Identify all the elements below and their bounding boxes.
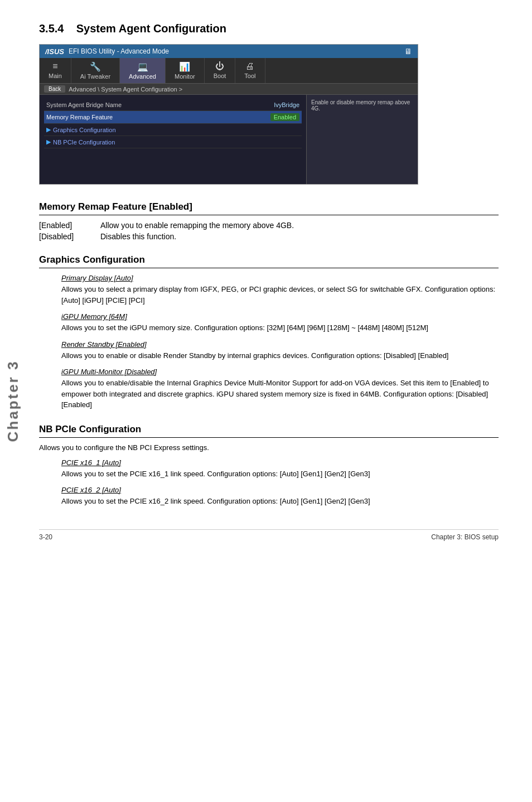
footer-chapter-label: Chapter 3: BIOS setup [431, 533, 499, 541]
pcie-x16-1-desc: Allows you to set the PCIE x16_1 link sp… [61, 468, 499, 480]
bridge-name-label: System Agent Bridge Name [46, 102, 274, 108]
nbpcie-config-label: NB PCIe Configuration [53, 139, 115, 146]
memory-remap-heading: Memory Remap Feature [Enabled] [39, 201, 499, 215]
nav-main[interactable]: ≡ Main [40, 58, 71, 83]
nav-boot-label: Boot [214, 73, 226, 79]
bios-window-icon: 🖥 [404, 47, 412, 56]
nbpcie-item-x16-2: PCIE x16_2 [Auto] Allows you to set the … [61, 486, 499, 507]
page-footer: 3-20 Chapter 3: BIOS setup [39, 529, 499, 541]
igpu-multimonitor-desc: Allows you to enable/disable the Interna… [61, 378, 499, 410]
nbpcie-item-x16-1: PCIE x16_1 [Auto] Allows you to set the … [61, 458, 499, 480]
bios-help-panel: Enable or disable memory remap above 4G. [306, 95, 418, 184]
bios-breadcrumb: Back Advanced \ System Agent Configurati… [40, 84, 418, 95]
bios-submenu-nbpcie[interactable]: ▶ NB PCIe Configuration [44, 136, 302, 148]
option-desc-enabled: Allow you to enable remapping the memory… [100, 221, 499, 230]
pcie-x16-2-title: PCIE x16_2 [Auto] [61, 486, 499, 494]
primary-display-desc: Allows you to select a primary display f… [61, 284, 499, 306]
nav-tool-icon: 🖨 [244, 61, 255, 71]
nav-advanced[interactable]: 💻 Advanced [120, 58, 166, 83]
nav-ai-tweaker[interactable]: 🔧 Ai Tweaker [71, 58, 120, 83]
render-standby-desc: Allows you to enable or disable Render S… [61, 350, 499, 361]
bios-row-bridge-name[interactable]: System Agent Bridge Name IvyBridge [44, 99, 302, 111]
memory-remap-option-disabled: [Disabled] Disables this function. [39, 232, 499, 241]
bios-titlebar-text: EFI BIOS Utility - Advanced Mode [69, 47, 169, 55]
igpu-memory-desc: Allows you to set the iGPU memory size. … [61, 322, 499, 334]
asus-logo: /ISUS [45, 47, 64, 56]
chapter-sidebar-label: Chapter 3 [4, 360, 22, 442]
memory-remap-value: Enabled [270, 113, 299, 121]
nbpcie-heading: NB PCIe Configuration [39, 424, 499, 438]
pcie-x16-2-desc: Allows you to set the PCIE x16_2 link sp… [61, 496, 499, 507]
nav-tweaker-label: Ai Tweaker [80, 73, 110, 80]
bios-settings-panel: System Agent Bridge Name IvyBridge Memor… [40, 95, 306, 184]
primary-display-title: Primary Display [Auto] [61, 274, 499, 282]
nbpcie-arrow-icon: ▶ [46, 138, 51, 146]
nav-main-label: Main [49, 73, 62, 79]
graphics-item-igpu-memory: iGPU Memory [64M] Allows you to set the … [61, 312, 499, 334]
memory-remap-label: Memory Remap Feature [46, 114, 270, 120]
memory-remap-option-enabled: [Enabled] Allow you to enable remapping … [39, 221, 499, 230]
option-desc-disabled: Disables this function. [100, 232, 499, 241]
back-button[interactable]: Back [44, 85, 65, 93]
igpu-memory-title: iGPU Memory [64M] [61, 312, 499, 321]
bios-titlebar: /ISUS EFI BIOS Utility - Advanced Mode 🖥 [40, 45, 418, 58]
nav-advanced-label: Advanced [129, 73, 156, 80]
nav-monitor-label: Monitor [175, 73, 195, 80]
nav-main-icon: ≡ [49, 61, 62, 71]
render-standby-title: Render Standby [Enabled] [61, 340, 499, 349]
graphics-arrow-icon: ▶ [46, 126, 51, 133]
bios-submenu-graphics[interactable]: ▶ Graphics Configuration [44, 124, 302, 136]
nav-advanced-icon: 💻 [129, 61, 156, 72]
nav-tool[interactable]: 🖨 Tool [235, 58, 265, 83]
section-title-text: System Agent Configuration [76, 22, 226, 35]
nav-boot[interactable]: ⏻ Boot [205, 58, 236, 83]
nbpcie-intro: Allows you to configure the NB PCI Expre… [39, 443, 499, 452]
memory-remap-options: [Enabled] Allow you to enable remapping … [39, 221, 499, 241]
breadcrumb-path: Advanced \ System Agent Configuration > [69, 86, 182, 93]
option-key-disabled: [Disabled] [39, 232, 100, 241]
graphics-config-label: Graphics Configuration [53, 127, 116, 133]
graphics-item-primary-display: Primary Display [Auto] Allows you to sel… [61, 274, 499, 306]
bios-body: System Agent Bridge Name IvyBridge Memor… [40, 95, 418, 184]
bridge-name-value: IvyBridge [274, 102, 299, 108]
option-key-enabled: [Enabled] [39, 221, 100, 230]
graphics-item-render-standby: Render Standby [Enabled] Allows you to e… [61, 340, 499, 361]
nav-tool-label: Tool [244, 73, 255, 79]
section-heading: 3.5.4 System Agent Configuration [39, 22, 499, 35]
nav-monitor-icon: 📊 [175, 61, 195, 72]
igpu-multimonitor-title: iGPU Multi-Monitor [Disabled] [61, 368, 499, 376]
nav-boot-icon: ⏻ [214, 61, 226, 71]
graphics-config-heading: Graphics Configuration [39, 254, 499, 268]
nav-monitor[interactable]: 📊 Monitor [166, 58, 205, 83]
bios-help-text: Enable or disable memory remap above 4G. [311, 99, 410, 112]
bios-nav: ≡ Main 🔧 Ai Tweaker 💻 Advanced 📊 Monitor… [40, 58, 418, 84]
pcie-x16-1-title: PCIE x16_1 [Auto] [61, 458, 499, 467]
bios-row-memory-remap[interactable]: Memory Remap Feature Enabled [44, 111, 302, 124]
bios-screenshot: /ISUS EFI BIOS Utility - Advanced Mode 🖥… [39, 44, 418, 185]
nav-tweaker-icon: 🔧 [80, 61, 110, 72]
section-number: 3.5.4 [39, 22, 64, 35]
graphics-item-igpu-multimonitor: iGPU Multi-Monitor [Disabled] Allows you… [61, 368, 499, 410]
footer-page-num: 3-20 [39, 533, 52, 541]
